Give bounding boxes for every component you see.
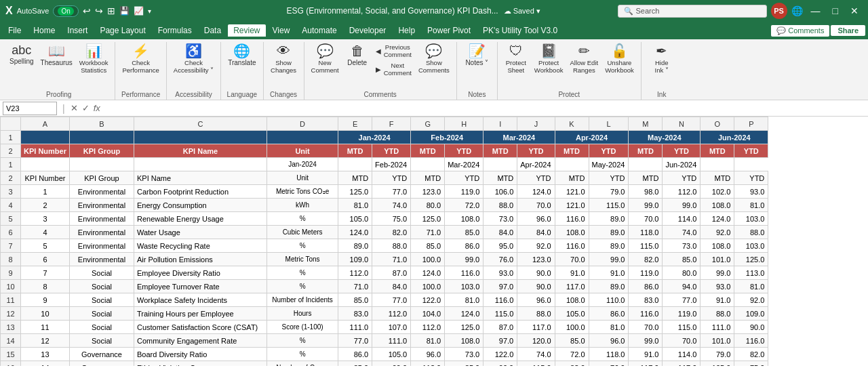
cell[interactable]: 117.0 (663, 361, 701, 367)
cell[interactable]: 91.0 (555, 266, 589, 280)
cell[interactable] (629, 158, 663, 171)
fx-btn[interactable]: fx (94, 103, 100, 113)
cell[interactable]: 116.0 (445, 266, 484, 280)
col-header-C[interactable]: C (134, 117, 267, 131)
cell[interactable]: 81.0 (734, 280, 768, 293)
cell[interactable]: 87.0 (372, 266, 411, 280)
cell[interactable]: 124.0 (517, 185, 555, 199)
col-header-O[interactable]: O (701, 117, 734, 131)
row-num[interactable]: 3 (1, 185, 21, 199)
cell[interactable]: 82.0 (734, 348, 768, 361)
cell[interactable]: 9 (21, 293, 70, 307)
cell[interactable]: 123.0 (411, 185, 445, 199)
menu-item-power-pivot[interactable]: Power Pivot (422, 24, 476, 37)
cell[interactable]: 116.0 (555, 212, 589, 226)
cell[interactable]: YTD (734, 171, 768, 185)
cell[interactable]: 76.0 (589, 361, 629, 367)
spelling-btn[interactable]: abc Spelling (7, 42, 37, 67)
cell[interactable]: 90.0 (517, 266, 555, 280)
cell[interactable]: 3 (21, 212, 70, 226)
menu-item-view[interactable]: View (267, 24, 296, 37)
cell-jan-header[interactable]: Jan-2024 (338, 131, 411, 144)
row-num[interactable]: 15 (1, 348, 21, 361)
previous-comment-btn[interactable]: ◀ PreviousComment (373, 42, 414, 60)
quick-access-grid[interactable]: ⊞ (107, 5, 115, 16)
menu-item-formulas[interactable]: Formulas (153, 24, 197, 37)
cell[interactable]: 97.0 (484, 280, 517, 293)
cell[interactable]: MTD (701, 144, 734, 158)
user-avatar[interactable]: PS (771, 3, 787, 19)
cell[interactable]: KPI Name (134, 144, 267, 158)
cell[interactable]: 117.0 (555, 280, 589, 293)
cell[interactable]: 110.0 (589, 293, 629, 307)
cell[interactable]: Environmental (69, 199, 134, 212)
cell[interactable]: Employee Diversity Ratio (134, 266, 267, 280)
cell[interactable]: 73.0 (445, 348, 484, 361)
cell[interactable]: MTD (629, 171, 663, 185)
cell[interactable]: 91.0 (701, 293, 734, 307)
cell[interactable]: Energy Consumption (134, 199, 267, 212)
cell[interactable]: 71.0 (372, 253, 411, 266)
cell[interactable]: Unit (267, 144, 338, 158)
cell[interactable]: 122.0 (411, 293, 445, 307)
cell-mar-header[interactable]: Mar-2024 (484, 131, 555, 144)
cell[interactable]: 116.0 (629, 307, 663, 321)
cell[interactable]: Environmental (69, 185, 134, 199)
cell[interactable]: 4 (21, 226, 70, 239)
cell[interactable]: Community Engagement Rate (134, 334, 267, 348)
thesaurus-btn[interactable]: 📖 Thesaurus (38, 42, 75, 68)
cell[interactable]: 108.0 (701, 199, 734, 212)
allow-edit-ranges-btn[interactable]: ✏ Allow EditRanges (567, 42, 601, 76)
cell[interactable]: 88.0 (734, 226, 768, 239)
cell[interactable]: 83.0 (338, 307, 372, 321)
new-comment-btn[interactable]: 💬 NewComment (309, 42, 342, 76)
cell[interactable]: Metric Tons (267, 253, 338, 266)
cell[interactable]: 115.0 (629, 239, 663, 253)
cell[interactable]: KPI Group (69, 171, 134, 185)
row-num[interactable]: 5 (1, 212, 21, 226)
cell[interactable]: Training Hours per Employee (134, 307, 267, 321)
row-num[interactable]: 4 (1, 199, 21, 212)
cell[interactable]: YTD (517, 171, 555, 185)
cell[interactable]: 90.0 (484, 361, 517, 367)
cell[interactable]: 88.0 (484, 199, 517, 212)
cell[interactable] (134, 131, 267, 144)
cell[interactable]: 121.0 (555, 185, 589, 199)
col-header-E[interactable]: E (338, 117, 372, 131)
cell[interactable]: 102.0 (701, 185, 734, 199)
minimize-btn[interactable]: — (807, 5, 825, 16)
cell[interactable]: MTD (484, 171, 517, 185)
cell[interactable]: Environmental (69, 212, 134, 226)
cell[interactable]: 105.0 (701, 361, 734, 367)
cell[interactable]: MTD (338, 171, 372, 185)
cell[interactable]: MTD (555, 144, 589, 158)
undo-btn[interactable]: ↩ (83, 5, 91, 16)
cell[interactable]: MTD (629, 144, 663, 158)
cell[interactable]: Score (1-100) (267, 321, 338, 334)
row-num[interactable]: 11 (1, 293, 21, 307)
cell[interactable] (21, 131, 70, 144)
cell[interactable]: 85.0 (663, 253, 701, 266)
col-header-H[interactable]: H (445, 117, 484, 131)
cell[interactable]: Apr-2024 (517, 158, 555, 171)
confirm-formula-btn[interactable]: ✓ (82, 103, 90, 113)
cell[interactable]: May-2024 (589, 158, 629, 171)
cell[interactable] (411, 158, 445, 171)
cell[interactable]: MTD (701, 171, 734, 185)
cell[interactable] (21, 158, 70, 171)
cell[interactable]: 72.0 (555, 348, 589, 361)
cell[interactable]: 114.0 (663, 212, 701, 226)
cell[interactable]: 97.0 (484, 334, 517, 348)
row-num[interactable]: 7 (1, 239, 21, 253)
cell[interactable]: 105.0 (338, 212, 372, 226)
cell[interactable]: Metric Tons CO₂e (267, 185, 338, 199)
cell[interactable]: 10 (21, 307, 70, 321)
cell[interactable]: 81.0 (411, 334, 445, 348)
redo-btn[interactable]: ↪ (95, 5, 103, 16)
cell[interactable]: 83.0 (555, 361, 589, 367)
cell[interactable]: 79.0 (589, 185, 629, 199)
menu-item-review[interactable]: Review (228, 24, 265, 37)
cell[interactable]: 109.0 (338, 253, 372, 266)
cell[interactable]: YTD (589, 144, 629, 158)
cell[interactable]: 118.0 (629, 226, 663, 239)
